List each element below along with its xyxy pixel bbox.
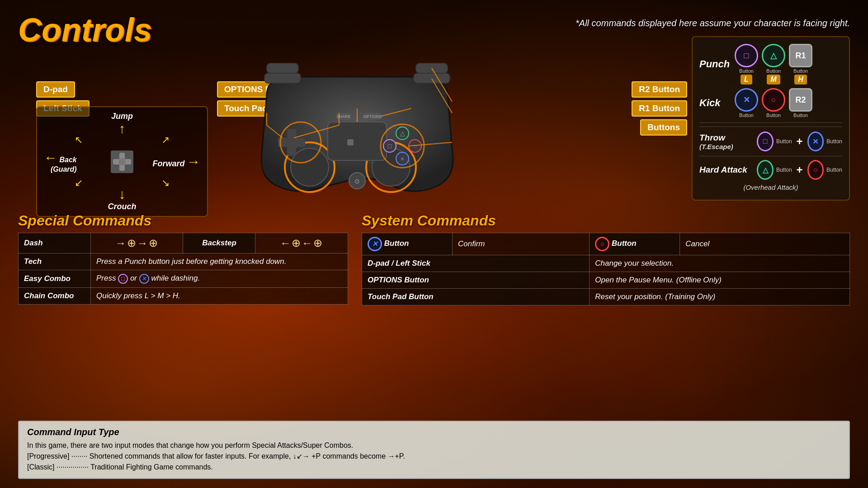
confirm-action: Confirm	[453, 233, 590, 255]
svg-rect-10	[328, 122, 387, 160]
punch-h-button: R1 Button H	[789, 44, 812, 84]
tech-label: Tech	[19, 253, 91, 270]
svg-text:OPTIONS: OPTIONS	[363, 114, 382, 119]
dpad-stick-action: Change your selection.	[590, 255, 850, 272]
svg-text:△: △	[400, 130, 405, 137]
chain-combo-desc: Quickly press L > M > H.	[91, 288, 348, 305]
dpad-label: D-pad	[36, 81, 75, 98]
svg-text:✕: ✕	[400, 156, 405, 162]
disclaimer-text: *All commands displayed here assume your…	[576, 18, 850, 28]
r2-label: R2 Button	[632, 81, 687, 98]
table-row: Easy Combo Press □ or ✕ while dashing.	[19, 270, 348, 288]
special-commands-title: Special Commands	[18, 212, 348, 229]
command-input-type-box: Command Input Type In this game, there a…	[18, 421, 850, 479]
easy-combo-desc: Press □ or ✕ while dashing.	[91, 270, 348, 288]
touchpad-action: Reset your position. (Training Only)	[590, 289, 850, 305]
dpad-stick-cell: D-pad / Left Stick	[362, 255, 590, 272]
controller-diagram-area: D-pad Left Stick OPTIONS Button Touch Pa…	[18, 36, 696, 212]
kick-label: Kick	[699, 97, 731, 109]
easy-combo-label: Easy Combo	[19, 270, 91, 288]
backstep-input: ←⊕←⊕	[255, 233, 348, 253]
command-input-type-title: Command Input Type	[27, 427, 841, 437]
buttons-label: Buttons	[640, 119, 687, 136]
table-row: D-pad / Left Stick Change your selection…	[362, 255, 850, 272]
controller-svg: SHARE OPTIONS △ ○ □ ✕	[231, 59, 484, 203]
dpad-diagram-box: Jump ↑ ← Back (Guard) Forward → ↖ ↗ ↙ ↘	[36, 106, 208, 217]
cancel-btn-cell: ○ Button	[590, 233, 680, 255]
table-row: Tech Press a Punch button just before ge…	[19, 253, 348, 270]
tech-desc: Press a Punch button just before getting…	[91, 253, 348, 270]
table-row: Chain Combo Quickly press L > M > H.	[19, 288, 348, 305]
svg-rect-11	[347, 139, 354, 145]
options-btn-cell: OPTIONS Button	[362, 272, 590, 289]
system-commands-section: System Commands ✕ Button Confirm ○ Butto…	[362, 212, 850, 305]
kick-m-button: ○ Button	[762, 88, 785, 118]
system-commands-table: ✕ Button Confirm ○ Button Cancel D-pad /…	[362, 233, 850, 305]
square-icon: □	[118, 274, 128, 284]
system-commands-title: System Commands	[362, 212, 850, 229]
bottom-section: Special Commands Dash →⊕→⊕ Backstep ←⊕←⊕…	[18, 212, 850, 479]
cross-button-icon: ✕	[368, 237, 382, 251]
svg-point-1	[291, 148, 329, 186]
svg-rect-5	[278, 138, 305, 147]
special-commands-table: Dash →⊕→⊕ Backstep ←⊕←⊕ Tech Press a Pun…	[18, 233, 348, 305]
touchpad-btn-cell: Touch Pad Button	[362, 289, 590, 305]
button-panel: Punch □ Button L △ Button M R1 Button H …	[692, 36, 850, 201]
kick-h-button: R2 Button	[789, 88, 812, 118]
circle-button-icon: ○	[595, 237, 609, 251]
input-type-line3: [Classic] ················ Traditional F…	[27, 462, 841, 473]
dash-input: →⊕→⊕	[91, 233, 183, 253]
table-row: ✕ Button Confirm ○ Button Cancel	[362, 233, 850, 255]
punch-l-button: □ Button L	[735, 44, 758, 84]
kick-l-button: ✕ Button	[735, 88, 758, 118]
input-type-line1: In this game, there are two input modes …	[27, 440, 841, 451]
r1-label: R1 Button	[632, 100, 687, 117]
crouch-label: Crouch	[108, 202, 137, 211]
special-commands-section: Special Commands Dash →⊕→⊕ Backstep ←⊕←⊕…	[18, 212, 348, 305]
input-type-line2: [Progressive] ········ Shortened command…	[27, 451, 841, 462]
svg-text:⊙: ⊙	[354, 178, 360, 185]
punch-m-button: △ Button M	[762, 44, 785, 84]
forward-label: Forward	[153, 159, 185, 168]
hard-attack-label: Hard Attack	[699, 165, 754, 175]
svg-rect-22	[264, 73, 301, 83]
punch-label: Punch	[699, 58, 731, 70]
table-row: OPTIONS Button Open the Pause Menu. (Off…	[362, 272, 850, 289]
throw-label: Throw (T.Escape)	[699, 133, 754, 150]
overhead-note: (Overhead Attack)	[699, 183, 842, 193]
confirm-btn-cell: ✕ Button	[362, 233, 453, 255]
dash-label: Dash	[19, 233, 91, 253]
jump-label: Jump	[111, 112, 133, 121]
chain-combo-label: Chain Combo	[19, 288, 91, 305]
svg-rect-23	[267, 63, 298, 73]
backstep-label: Backstep	[183, 233, 255, 253]
svg-text:□: □	[388, 142, 392, 150]
table-row: Dash →⊕→⊕ Backstep ←⊕←⊕	[19, 233, 348, 253]
svg-rect-24	[414, 73, 450, 83]
cross-icon: ✕	[139, 274, 149, 284]
table-row: Touch Pad Button Reset your position. (T…	[362, 289, 850, 305]
options-action: Open the Pause Menu. (Offline Only)	[590, 272, 850, 289]
cancel-action: Cancel	[680, 233, 850, 255]
command-input-type-body: In this game, there are two input modes …	[27, 440, 841, 473]
svg-point-39	[118, 158, 126, 165]
